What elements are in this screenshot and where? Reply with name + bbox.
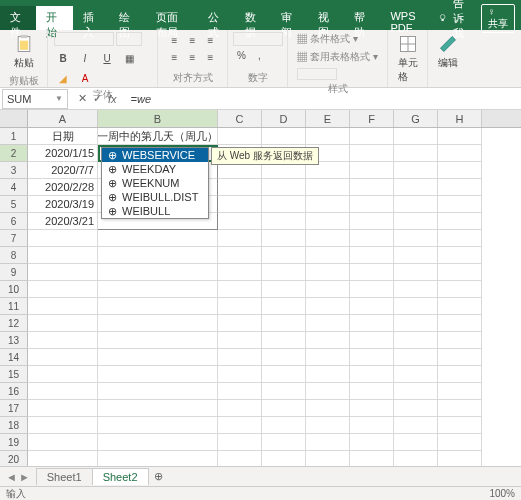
col-header-d[interactable]: D <box>262 110 306 127</box>
sheet-tab-1[interactable]: Sheet1 <box>36 468 93 485</box>
cell-F20[interactable] <box>350 451 394 466</box>
autocomplete-item[interactable]: ⊕WEBSERVICE <box>102 148 208 162</box>
cell-D6[interactable] <box>262 213 306 230</box>
cell-F14[interactable] <box>350 349 394 366</box>
cell-G7[interactable] <box>394 230 438 247</box>
cell-A2[interactable]: 2020/1/15 <box>28 145 98 162</box>
cell-B20[interactable] <box>98 451 218 466</box>
name-box[interactable]: SUM▼ <box>2 89 68 109</box>
cell-C20[interactable] <box>218 451 262 466</box>
cell-E5[interactable] <box>306 196 350 213</box>
cell-C10[interactable] <box>218 281 262 298</box>
cell-B7[interactable] <box>98 230 218 247</box>
cell-A8[interactable] <box>28 247 98 264</box>
cell-H9[interactable] <box>438 264 482 281</box>
cell-B12[interactable] <box>98 315 218 332</box>
cell-F16[interactable] <box>350 383 394 400</box>
cell-C16[interactable] <box>218 383 262 400</box>
cell-B14[interactable] <box>98 349 218 366</box>
cell-E13[interactable] <box>306 332 350 349</box>
row-header[interactable]: 20 <box>0 451 28 466</box>
row-header[interactable]: 8 <box>0 247 28 264</box>
cell-C4[interactable] <box>218 179 262 196</box>
cell-G2[interactable] <box>394 145 438 162</box>
col-header-e[interactable]: E <box>306 110 350 127</box>
cell-D4[interactable] <box>262 179 306 196</box>
col-header-f[interactable]: F <box>350 110 394 127</box>
underline-button[interactable]: U <box>98 50 116 66</box>
cell-D13[interactable] <box>262 332 306 349</box>
cell-G10[interactable] <box>394 281 438 298</box>
cell-B18[interactable] <box>98 417 218 434</box>
row-header[interactable]: 5 <box>0 196 28 213</box>
cell-B1[interactable]: 一周中的第几天（周几） <box>98 128 218 145</box>
cell-A13[interactable] <box>28 332 98 349</box>
row-header[interactable]: 19 <box>0 434 28 451</box>
cell-E19[interactable] <box>306 434 350 451</box>
cell-H3[interactable] <box>438 162 482 179</box>
cancel-icon[interactable]: ✕ <box>78 92 87 105</box>
cell-B13[interactable] <box>98 332 218 349</box>
cell-B11[interactable] <box>98 298 218 315</box>
cell-C13[interactable] <box>218 332 262 349</box>
cell-H16[interactable] <box>438 383 482 400</box>
cell-F13[interactable] <box>350 332 394 349</box>
cell-H8[interactable] <box>438 247 482 264</box>
cell-D16[interactable] <box>262 383 306 400</box>
cell-A16[interactable] <box>28 383 98 400</box>
cell-C6[interactable] <box>218 213 262 230</box>
cell-D14[interactable] <box>262 349 306 366</box>
add-sheet-button[interactable]: ⊕ <box>148 470 169 483</box>
sheet-nav-next[interactable]: ► <box>19 471 30 483</box>
cell-C12[interactable] <box>218 315 262 332</box>
spreadsheet-grid[interactable]: A B C D E F G H 1日期一周中的第几天（周几）22020/1/15… <box>0 110 521 466</box>
col-header-g[interactable]: G <box>394 110 438 127</box>
row-header[interactable]: 16 <box>0 383 28 400</box>
cell-B16[interactable] <box>98 383 218 400</box>
cell-H1[interactable] <box>438 128 482 145</box>
cell-F1[interactable] <box>350 128 394 145</box>
cell-C18[interactable] <box>218 417 262 434</box>
cell-D19[interactable] <box>262 434 306 451</box>
cond-format-button[interactable]: ▦ 条件格式 ▾ <box>297 32 358 46</box>
cell-C9[interactable] <box>218 264 262 281</box>
cell-E14[interactable] <box>306 349 350 366</box>
cell-A7[interactable] <box>28 230 98 247</box>
cell-E12[interactable] <box>306 315 350 332</box>
cell-H5[interactable] <box>438 196 482 213</box>
cell-H11[interactable] <box>438 298 482 315</box>
autocomplete-item[interactable]: ⊕WEEKDAY <box>102 162 208 176</box>
cell-A19[interactable] <box>28 434 98 451</box>
cell-F12[interactable] <box>350 315 394 332</box>
align-right-button[interactable]: ≡ <box>202 49 220 65</box>
row-header[interactable]: 2 <box>0 145 28 162</box>
tab-file[interactable]: 文件 <box>0 6 36 30</box>
cell-F8[interactable] <box>350 247 394 264</box>
cell-H13[interactable] <box>438 332 482 349</box>
cell-E8[interactable] <box>306 247 350 264</box>
cell-A17[interactable] <box>28 400 98 417</box>
select-all-corner[interactable] <box>0 110 28 127</box>
row-header[interactable]: 17 <box>0 400 28 417</box>
col-header-h[interactable]: H <box>438 110 482 127</box>
col-header-a[interactable]: A <box>28 110 98 127</box>
cell-H17[interactable] <box>438 400 482 417</box>
cell-G13[interactable] <box>394 332 438 349</box>
cell-B9[interactable] <box>98 264 218 281</box>
cell-H10[interactable] <box>438 281 482 298</box>
cell-A15[interactable] <box>28 366 98 383</box>
cell-A14[interactable] <box>28 349 98 366</box>
cell-H7[interactable] <box>438 230 482 247</box>
cell-C1[interactable] <box>218 128 262 145</box>
border-button[interactable]: ▦ <box>120 50 138 66</box>
cell-G20[interactable] <box>394 451 438 466</box>
cell-A5[interactable]: 2020/3/19 <box>28 196 98 213</box>
col-header-b[interactable]: B <box>98 110 218 127</box>
cell-H19[interactable] <box>438 434 482 451</box>
row-header[interactable]: 3 <box>0 162 28 179</box>
cell-D15[interactable] <box>262 366 306 383</box>
cell-A20[interactable] <box>28 451 98 466</box>
cell-A12[interactable] <box>28 315 98 332</box>
align-top-button[interactable]: ≡ <box>166 32 184 48</box>
cell-D8[interactable] <box>262 247 306 264</box>
